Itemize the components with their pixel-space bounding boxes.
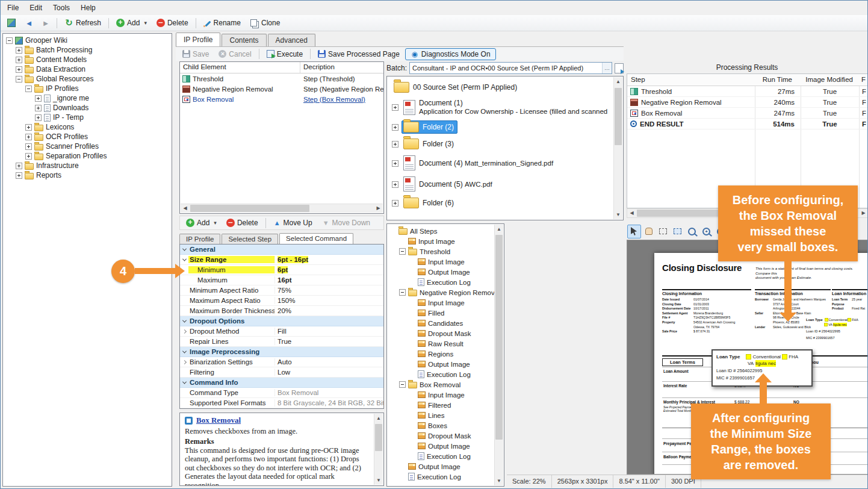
config-tab[interactable]: IP Profile [179, 234, 220, 244]
expander-icon[interactable] [25, 143, 32, 150]
property-row[interactable]: Supported Pixel Formats 8 Bit Grayscale,… [180, 398, 383, 408]
steps-tree-item[interactable]: Boxes [387, 420, 504, 431]
cancel-button[interactable]: Cancel [214, 48, 255, 61]
property-row[interactable]: Maximum 16pt [180, 275, 383, 285]
tree-item[interactable]: Scanner Profiles [3, 142, 172, 151]
batch-tree-item[interactable]: Document (1) Application for Cow Ownersh… [387, 96, 623, 119]
scrollbar-thumb[interactable] [375, 424, 382, 451]
expander-icon[interactable] [392, 124, 398, 131]
steps-tree-item[interactable]: Dropout Mask [387, 328, 504, 338]
property-row[interactable]: Binarization Settings Auto [180, 357, 383, 367]
steps-tree-item[interactable]: Box Removal [387, 379, 504, 390]
tree-item[interactable]: Batch Processing [3, 45, 172, 55]
steps-tree-item[interactable]: Negative Region Removal [387, 287, 504, 297]
property-row[interactable]: Repair Lines True [180, 337, 383, 347]
expander-icon[interactable] [25, 124, 32, 131]
column-header-extra[interactable]: F [858, 74, 868, 86]
open-batch-icon[interactable] [615, 63, 624, 73]
expander-icon[interactable] [25, 153, 32, 160]
tree-item[interactable]: Content Models [3, 55, 172, 64]
scrollbar-thumb[interactable] [495, 235, 503, 440]
batch-tree-item[interactable]: Folder (2) [387, 119, 623, 135]
steps-tree-item[interactable]: Output Image [387, 359, 504, 369]
property-row[interactable]: Minimum 6pt [180, 265, 383, 275]
tree-item[interactable]: Lexicons [3, 122, 172, 132]
expander-icon[interactable] [16, 172, 22, 179]
chevron-icon[interactable] [180, 258, 188, 261]
steps-tree-item[interactable]: Dropout Mask [387, 431, 504, 441]
delete-button[interactable]: Delete [152, 16, 193, 30]
tree-item[interactable]: IP Profiles [3, 84, 172, 93]
steps-tree-item[interactable]: Output Image [387, 461, 504, 472]
expander-icon[interactable] [392, 200, 398, 207]
tree-item[interactable]: OCR Profiles [3, 132, 172, 142]
scroll-down-icon[interactable] [374, 476, 383, 485]
batch-tree-item[interactable]: 00 Source Set (Perm IP Applied) [387, 79, 623, 96]
property-row[interactable]: Dropout Options [180, 316, 383, 326]
tree-item[interactable]: _ignore me [3, 93, 172, 103]
child-element-row[interactable]: Negative Region Removal Step (Negative R… [180, 84, 383, 94]
batch-tree-item[interactable]: Document (5) AWC.pdf [387, 173, 623, 195]
expander-icon[interactable] [399, 248, 406, 255]
scroll-down-icon[interactable] [614, 210, 622, 219]
scrollbar-thumb[interactable] [615, 88, 622, 145]
property-row[interactable]: Filtering Low [180, 367, 383, 378]
steps-tree-item[interactable]: Regions [387, 349, 504, 359]
expander-icon[interactable] [35, 114, 42, 121]
expander-icon[interactable] [392, 160, 398, 167]
batch-tree-item[interactable]: Folder (3) [387, 135, 623, 152]
steps-tree-item[interactable]: Output Image [387, 441, 504, 451]
expander-icon[interactable] [16, 47, 22, 54]
region-select-tool-icon[interactable] [656, 225, 670, 238]
expander-icon[interactable] [16, 163, 22, 169]
batch-tree-item[interactable]: Folder (6) [387, 195, 623, 211]
chevron-icon[interactable] [180, 330, 188, 333]
zoom-in-tool-icon[interactable] [699, 225, 713, 238]
menu-item[interactable]: Tools [48, 2, 75, 14]
scroll-up-icon[interactable] [495, 225, 503, 234]
move-up-button[interactable]: Move Up [269, 216, 317, 229]
refresh-button[interactable]: Refresh [60, 16, 105, 30]
expander-icon[interactable] [35, 105, 42, 111]
property-row[interactable]: Command Info [180, 378, 383, 388]
result-row[interactable]: Threshold 27ms True F [627, 86, 868, 97]
property-row[interactable]: Command Type Box Removal [180, 388, 383, 398]
profile-tab[interactable]: Advanced [268, 34, 315, 47]
menu-item[interactable]: Edit [24, 2, 48, 14]
chevron-icon[interactable] [180, 361, 188, 364]
steps-tree-item[interactable]: Execution Log [387, 472, 504, 482]
property-row[interactable]: Maximum Aspect Ratio 150% [180, 296, 383, 306]
scroll-right-icon[interactable] [374, 204, 383, 213]
steps-tree-item[interactable]: Raw Result [387, 338, 504, 349]
clone-button[interactable]: Clone [246, 16, 284, 30]
steps-tree-item[interactable]: Threshold [387, 246, 504, 257]
batch-tree-item[interactable]: Document (4) Matt_termination_Signed.pdf [387, 152, 623, 173]
tree-item[interactable]: Global Resources [3, 74, 172, 84]
scroll-right-icon[interactable] [859, 209, 868, 217]
config-tab[interactable]: Selected Command [279, 233, 353, 244]
scroll-up-icon[interactable] [614, 77, 622, 86]
batch-browse-icon[interactable]: … [602, 63, 612, 73]
result-row[interactable]: Negative Region Removal 240ms True F [627, 97, 868, 108]
steps-tree-item[interactable]: Filtered [387, 400, 504, 410]
move-down-button[interactable]: Move Down [318, 216, 374, 229]
vertical-scrollbar[interactable] [494, 225, 503, 485]
scroll-down-icon[interactable] [495, 476, 503, 485]
property-row[interactable]: Maximum Border Thickness 20% [180, 306, 383, 316]
vertical-scrollbar[interactable] [613, 77, 622, 219]
property-row[interactable]: General [180, 244, 383, 255]
expander-icon[interactable] [392, 181, 398, 188]
steps-tree-item[interactable]: Filled [387, 308, 504, 318]
add-step-button[interactable]: Add [182, 216, 221, 229]
steps-tree-item[interactable]: Input Image [387, 390, 504, 400]
menu-item[interactable]: Help [75, 2, 101, 14]
forward-button[interactable] [38, 16, 54, 30]
horizontal-scrollbar[interactable] [181, 204, 383, 213]
select-tool-icon[interactable] [627, 225, 641, 238]
tree-item[interactable]: Separation Profiles [3, 151, 172, 161]
vertical-scrollbar[interactable] [374, 414, 383, 485]
config-tab[interactable]: Selected Step [222, 234, 278, 244]
tree-item[interactable]: Reports [3, 170, 172, 180]
expander-icon[interactable] [392, 141, 398, 148]
scrollbar-thumb[interactable] [190, 205, 309, 212]
